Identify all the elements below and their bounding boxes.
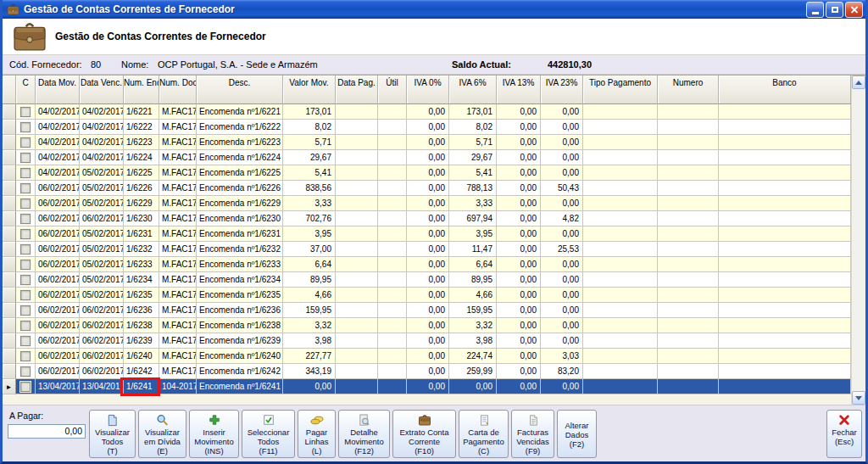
- seleccionar-todos-button[interactable]: Seleccionar Todos (F11): [242, 410, 295, 458]
- row-checkbox[interactable]: [20, 366, 31, 377]
- num-enc-value: 1/6238: [126, 321, 153, 330]
- column-header-c[interactable]: C: [16, 75, 36, 104]
- cell-numero: [658, 257, 719, 272]
- visualizar-em-divida-button[interactable]: Visualizar em Dívida (E): [138, 410, 186, 458]
- a-pagar-input[interactable]: [8, 424, 86, 439]
- cell-iva6: 29,67: [449, 150, 497, 165]
- column-header-iva0[interactable]: IVA 0%: [407, 75, 449, 104]
- fechar-button[interactable]: Fechar (Esc): [826, 410, 862, 458]
- data-grid: C Data Mov. Data Venc. Num. Enc. Num. Do…: [3, 75, 851, 405]
- extrato-conta-corrente-button[interactable]: Extrato Conta Corrente (F10): [392, 410, 456, 458]
- row-checkbox[interactable]: [20, 244, 31, 254]
- table-row[interactable]: 06/02/2017 06/02/2017 1/6239 M.FAC1706 E…: [3, 333, 851, 349]
- cell-iva23: 0,00: [541, 318, 583, 333]
- cell-tipo-pagamento: [583, 211, 658, 226]
- column-header-iva13[interactable]: IVA 13%: [497, 75, 541, 104]
- column-header-numero[interactable]: Numero: [658, 75, 719, 104]
- minimize-button[interactable]: [806, 2, 824, 18]
- table-row[interactable]: 06/02/2017 06/02/2017 1/6238 M.FAC1706 E…: [3, 318, 851, 333]
- row-checkbox[interactable]: [20, 260, 31, 270]
- table-row[interactable]: 06/02/2017 05/02/2017 1/6235 M.FAC1706 E…: [3, 288, 851, 303]
- table-row[interactable]: 06/02/2017 06/02/2017 1/6230 M.FAC1706 E…: [3, 211, 851, 226]
- restore-button[interactable]: [826, 2, 843, 18]
- table-row[interactable]: 06/02/2017 05/02/2017 1/6233 M.FAC1706 E…: [3, 257, 851, 272]
- column-header-data-venc[interactable]: Data Venc.: [80, 75, 124, 104]
- row-checkbox[interactable]: [20, 229, 31, 239]
- cell-data-venc: 06/02/2017: [80, 318, 124, 333]
- table-row[interactable]: 06/02/2017 05/02/2017 1/6226 M.FAC1706 E…: [3, 181, 851, 196]
- cell-iva6: 259,99: [449, 364, 497, 379]
- row-checkbox[interactable]: [20, 122, 31, 132]
- cell-data-venc: 04/02/2017: [80, 150, 124, 165]
- vertical-scrollbar[interactable]: [851, 75, 865, 405]
- scroll-down-button[interactable]: [852, 391, 865, 405]
- column-header-desc[interactable]: Desc.: [197, 75, 283, 104]
- table-row[interactable]: 06/02/2017 06/02/2017 1/6236 M.FAC1706 E…: [3, 303, 851, 318]
- row-checkbox[interactable]: [20, 321, 31, 331]
- cell-num-enc: 1/6239: [124, 333, 159, 349]
- cell-num-doc: M.FAC1706: [159, 364, 197, 379]
- cell-util: [378, 318, 407, 333]
- close-button[interactable]: [845, 2, 863, 18]
- row-checkbox[interactable]: [20, 168, 31, 178]
- cell-num-doc: M.FAC1706: [159, 318, 197, 333]
- column-header-num-doc[interactable]: Num. Doc.: [159, 75, 197, 104]
- table-row[interactable]: 04/02/2017 04/02/2017 1/6224 M.FAC1706 E…: [3, 150, 851, 165]
- column-header-util[interactable]: Útil: [378, 75, 407, 104]
- row-checkbox[interactable]: [20, 107, 31, 117]
- row-checkbox[interactable]: [20, 382, 31, 392]
- table-row[interactable]: 06/02/2017 05/02/2017 1/6231 M.FAC1706 E…: [3, 226, 851, 242]
- table-row[interactable]: 04/02/2017 04/02/2017 1/6221 M.FAC1706 E…: [3, 104, 851, 120]
- carta-de-pagamento-button[interactable]: Carta de Pagamento (C): [459, 410, 509, 458]
- cell-data-pag: [336, 303, 378, 318]
- row-checkbox[interactable]: [20, 351, 31, 361]
- num-enc-value: 1/6221: [126, 107, 153, 116]
- row-checkbox[interactable]: [20, 137, 31, 148]
- column-header-tipo-pagamento[interactable]: Tipo Pagamento: [583, 75, 658, 104]
- arrow-down-icon: [855, 396, 862, 400]
- pagar-linhas-button[interactable]: Pagar Linhas (L): [298, 410, 336, 458]
- table-row[interactable]: 04/02/2017 05/02/2017 1/6225 M.FAC1706 E…: [3, 165, 851, 181]
- num-enc-value: 1/6230: [126, 214, 153, 223]
- column-header-iva23[interactable]: IVA 23%: [541, 75, 583, 104]
- table-row[interactable]: 04/02/2017 04/02/2017 1/6222 M.FAC1706 E…: [3, 120, 851, 135]
- cell-numero: [658, 349, 719, 364]
- cell-num-doc: M.FAC1706: [159, 181, 197, 196]
- button-label: Fechar (Esc): [832, 428, 857, 446]
- row-checkbox[interactable]: [20, 275, 31, 285]
- detalhe-movimento-button[interactable]: Detalhe Movimento (F12): [338, 410, 390, 458]
- row-checkbox[interactable]: [20, 198, 31, 209]
- column-header-data-pag[interactable]: Data Pag.: [336, 75, 378, 104]
- row-checkbox[interactable]: [20, 290, 31, 300]
- table-row[interactable]: 06/02/2017 05/02/2017 1/6234 M.FAC1706 E…: [3, 272, 851, 288]
- column-header-data-mov[interactable]: Data Mov.: [36, 75, 80, 104]
- cell-iva13: 0,00: [497, 135, 541, 150]
- invoice-icon: [527, 413, 539, 428]
- row-checkbox[interactable]: [20, 214, 31, 224]
- inserir-movimento-button[interactable]: Inserir Movimento (INS): [189, 410, 239, 458]
- scroll-up-button[interactable]: [852, 75, 865, 89]
- table-row[interactable]: 06/02/2017 05/02/2017 1/6232 M.FAC1706 E…: [3, 242, 851, 257]
- row-checkbox[interactable]: [20, 336, 31, 346]
- column-header-banco[interactable]: Banco: [719, 75, 851, 104]
- table-zone: C Data Mov. Data Venc. Num. Enc. Num. Do…: [3, 75, 865, 405]
- table-row[interactable]: 04/02/2017 04/02/2017 1/6223 M.FAC1706 E…: [3, 135, 851, 150]
- column-header-iva6[interactable]: IVA 6%: [449, 75, 497, 104]
- table-row[interactable]: 06/02/2017 06/02/2017 1/6242 M.FAC1706 E…: [3, 364, 851, 379]
- alterar-dados-button[interactable]: Alterar Dados (F2): [557, 410, 597, 458]
- facturas-vencidas-button[interactable]: Facturas Vencidas (F9): [511, 410, 554, 458]
- row-checkbox[interactable]: [20, 153, 31, 163]
- table-row[interactable]: ► 13/04/2017 13/04/2017 1/6241 104-2017 …: [3, 379, 851, 394]
- row-check-cell: [16, 211, 36, 226]
- cell-data-venc: 06/02/2017: [80, 364, 124, 379]
- cell-iva13: 0,00: [497, 211, 541, 226]
- column-header-valor-mov[interactable]: Valor Mov.: [283, 75, 336, 104]
- row-indicator-cell: [3, 333, 16, 349]
- row-checkbox[interactable]: [20, 305, 31, 316]
- cell-iva0: 0,00: [407, 226, 449, 242]
- row-checkbox[interactable]: [20, 183, 31, 193]
- table-row[interactable]: 06/02/2017 05/02/2017 1/6229 M.FAC1706 E…: [3, 196, 851, 211]
- visualizar-todos-button[interactable]: Visualizar Todos (T): [89, 410, 136, 458]
- table-row[interactable]: 06/02/2017 06/02/2017 1/6240 M.FAC1706 E…: [3, 349, 851, 364]
- column-header-num-enc[interactable]: Num. Enc.: [124, 75, 159, 104]
